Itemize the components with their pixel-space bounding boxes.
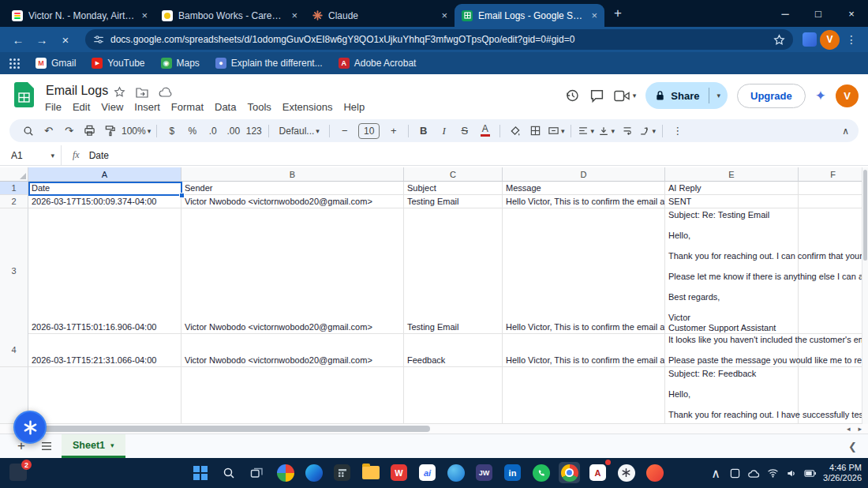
cloud-status-icon[interactable]: [159, 87, 172, 97]
decrease-decimals-button[interactable]: .0: [204, 122, 222, 140]
browser-tab-monday[interactable]: Victor N. - Monday, Airtable, n8 ×: [5, 4, 155, 27]
text-color-button[interactable]: A: [476, 122, 494, 140]
name-box[interactable]: A1 ▾: [0, 145, 62, 165]
menu-format[interactable]: Format: [166, 99, 209, 114]
font-size-input[interactable]: 10: [358, 123, 380, 139]
bookmark-acrobat[interactable]: A Adobe Acrobat: [339, 58, 417, 69]
browser-tab-bamboo[interactable]: Bamboo Works - Career Page ×: [155, 4, 305, 27]
battery-icon[interactable]: [804, 469, 817, 478]
calculator-icon[interactable]: [331, 462, 353, 483]
more-toolbar-icon[interactable]: ⋮: [668, 122, 687, 140]
column-header-e[interactable]: E: [665, 167, 799, 182]
column-header-f[interactable]: F: [799, 167, 868, 182]
row-header-4[interactable]: 4: [0, 333, 28, 367]
tab-close-icon[interactable]: ×: [291, 9, 297, 21]
tab-close-icon[interactable]: ×: [441, 9, 447, 21]
a-app-icon[interactable]: A: [587, 462, 608, 483]
bold-button[interactable]: B: [414, 122, 432, 140]
cell-e5[interactable]: Subject: Re: Feedback Hello, Thank you f…: [665, 367, 799, 424]
bookmark-youtube[interactable]: ▶ YouTube: [92, 58, 144, 69]
account-avatar[interactable]: V: [836, 84, 859, 107]
whatsapp-icon[interactable]: [530, 462, 552, 483]
paint-format-icon[interactable]: [101, 122, 119, 140]
vertical-scrollbar-thumb[interactable]: [863, 170, 867, 261]
cell-c5[interactable]: [404, 367, 503, 424]
tab-close-icon[interactable]: ×: [141, 9, 148, 21]
format-currency-button[interactable]: $: [163, 122, 181, 140]
move-folder-icon[interactable]: [136, 87, 148, 98]
new-tab-button[interactable]: +: [614, 6, 622, 21]
cell-d1[interactable]: Message: [503, 182, 665, 195]
horizontal-scrollbar-thumb[interactable]: [29, 426, 430, 432]
menu-extensions[interactable]: Extensions: [277, 99, 339, 114]
orange-app-icon[interactable]: [644, 462, 665, 483]
url-text[interactable]: docs.google.com/spreadsheets/d/1odomgGuv…: [110, 34, 767, 45]
menu-insert[interactable]: Insert: [129, 99, 166, 114]
profile-avatar[interactable]: V: [820, 30, 840, 50]
cell-b2[interactable]: Victor Nwobodo <victornwobodo20@gmail.co…: [181, 195, 404, 208]
bookmark-maps[interactable]: ◉ Maps: [161, 58, 200, 69]
italic-button[interactable]: I: [435, 122, 453, 140]
star-icon[interactable]: [114, 86, 125, 98]
tray-chevron-up-icon[interactable]: ∧: [709, 466, 722, 481]
menu-view[interactable]: View: [95, 99, 129, 114]
tab-close-icon[interactable]: ×: [591, 9, 597, 21]
menu-file[interactable]: File: [39, 99, 67, 114]
gemini-sparkle-icon[interactable]: ✦: [815, 88, 826, 104]
document-title[interactable]: Email Logs: [46, 84, 108, 98]
row-header-3[interactable]: 3: [0, 208, 28, 334]
text-rotation-button[interactable]: ▾: [638, 122, 657, 140]
cell-e4[interactable]: It looks like you haven't included the c…: [665, 333, 799, 367]
meet-button[interactable]: ▾: [614, 90, 637, 102]
browser-tab-claude[interactable]: Claude ×: [305, 4, 455, 27]
cell-a5[interactable]: [28, 367, 181, 424]
browser-menu-icon[interactable]: ⋮: [843, 33, 860, 46]
strikethrough-button[interactable]: S: [455, 122, 473, 140]
format-percent-button[interactable]: %: [183, 122, 201, 140]
font-select[interactable]: Defaul...▾: [275, 122, 324, 140]
close-button[interactable]: ×: [835, 0, 868, 27]
number-format-button[interactable]: 123: [245, 122, 263, 140]
decrease-font-size-button[interactable]: −: [335, 122, 354, 140]
select-all-corner[interactable]: [0, 167, 28, 182]
collapse-panel-icon[interactable]: ❮: [848, 441, 857, 452]
volume-icon[interactable]: [785, 468, 798, 479]
stop-button[interactable]: ×: [55, 29, 76, 50]
scroll-left-icon[interactable]: ◂: [847, 425, 851, 433]
sheet-menu-icon[interactable]: ▾: [110, 441, 114, 449]
cell-c2[interactable]: Testing Email: [404, 195, 503, 208]
share-dropdown-icon[interactable]: ▾: [709, 92, 728, 99]
cell-b3[interactable]: Victor Nwobodo <victornwobodo20@gmail.co…: [181, 208, 404, 334]
bookmark-star-icon[interactable]: [773, 34, 785, 46]
version-history-icon[interactable]: [564, 88, 580, 103]
sheet-tab-sheet1[interactable]: Sheet1 ▾: [62, 434, 125, 458]
blue-app-icon[interactable]: [445, 462, 466, 483]
onedrive-cloud-icon[interactable]: [747, 469, 760, 478]
jw-app-icon[interactable]: JW: [473, 462, 495, 483]
chrome-icon[interactable]: [559, 462, 580, 483]
horizontal-align-button[interactable]: ▾: [577, 122, 595, 140]
cell-b5[interactable]: [181, 367, 404, 424]
cell-b1[interactable]: Sender: [181, 182, 404, 195]
ai-app-icon[interactable]: ai: [417, 462, 438, 483]
apps-grid-icon[interactable]: [9, 58, 20, 69]
search-icon[interactable]: [218, 462, 239, 483]
edge-icon[interactable]: [303, 462, 324, 483]
cell-d4[interactable]: Hello Victor, This is to confirm the ema…: [503, 333, 665, 367]
merge-cells-button[interactable]: ▾: [547, 122, 565, 140]
collapse-toolbar-icon[interactable]: ∧: [842, 126, 849, 137]
cell-c3[interactable]: Testing Email: [404, 208, 503, 334]
menu-edit[interactable]: Edit: [67, 99, 95, 114]
cell-e1[interactable]: AI Reply: [665, 182, 799, 195]
search-menus-icon[interactable]: [19, 122, 37, 140]
text-wrap-button[interactable]: [618, 122, 636, 140]
upgrade-button[interactable]: Upgrade: [737, 84, 806, 108]
browser-tab-sheets-active[interactable]: Email Logs - Google Sheets ×: [455, 4, 604, 27]
cell-a4[interactable]: 2026-03-17T15:21:31.066-04:00: [28, 333, 181, 367]
cell-b4[interactable]: Victor Nwobodo <victornwobodo20@gmail.co…: [181, 333, 404, 367]
cell-a2[interactable]: 2026-03-17T15:00:09.374-04:00: [28, 195, 181, 208]
minimize-button[interactable]: ─: [769, 0, 802, 27]
undo-icon[interactable]: ↶: [39, 122, 58, 140]
taskbar-clock[interactable]: 4:46 PM 3/26/2026: [823, 463, 862, 483]
scroll-right-icon[interactable]: ▸: [858, 425, 862, 433]
